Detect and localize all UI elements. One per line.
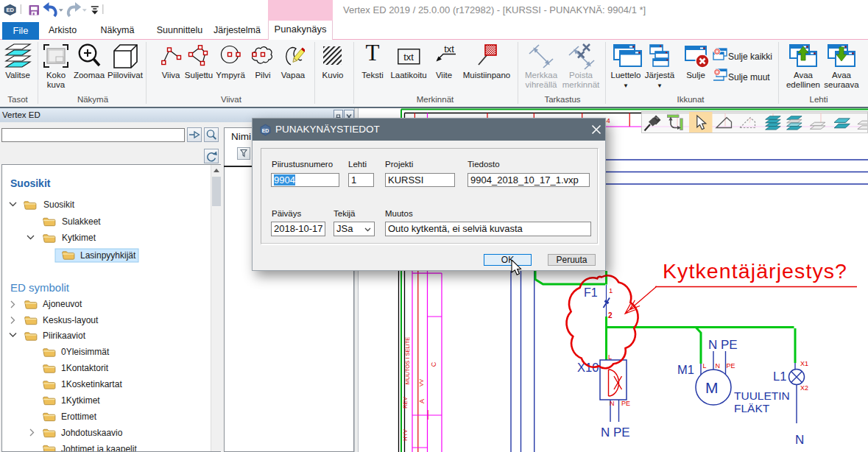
svg-text:N PE: N PE — [708, 338, 738, 352]
svg-text:N: N — [716, 362, 721, 370]
svg-text:X1: X1 — [800, 360, 808, 367]
svg-text:M1: M1 — [677, 363, 694, 376]
svg-text:MUUTOS I SELITE: MUUTOS I SELITE — [404, 337, 411, 384]
svg-text:REV: REV — [402, 397, 409, 408]
svg-text:N: N — [610, 400, 615, 407]
svg-text:F1: F1 — [584, 286, 598, 299]
svg-text:2: 2 — [608, 311, 613, 319]
svg-text:ED: ED — [6, 7, 14, 13]
svg-text:txt: txt — [403, 52, 414, 63]
svg-text:FLÄKT: FLÄKT — [734, 402, 770, 414]
svg-text:PE: PE — [727, 362, 735, 370]
svg-text:L: L — [608, 353, 612, 361]
svg-text:Kytkentäjärjestys?: Kytkentäjärjestys? — [663, 259, 847, 283]
svg-text:PE: PE — [621, 400, 630, 407]
svg-text:X2: X2 — [800, 384, 808, 392]
svg-text:4: 4 — [607, 116, 610, 124]
svg-text:A: A — [418, 399, 426, 403]
svg-text:HYV: HYV — [402, 429, 409, 440]
svg-text:L: L — [703, 362, 707, 370]
svg-text:N: N — [795, 433, 804, 447]
svg-text:L1: L1 — [773, 370, 786, 383]
svg-text:C: C — [430, 361, 437, 367]
svg-text:TUULETIN: TUULETIN — [734, 389, 790, 402]
svg-text:VV: VV — [418, 379, 425, 386]
svg-text:ED: ED — [262, 128, 269, 133]
svg-text:1: 1 — [609, 286, 613, 294]
svg-text:txt: txt — [444, 44, 454, 54]
svg-text:M: M — [705, 379, 719, 396]
svg-text:N PE: N PE — [601, 425, 630, 439]
